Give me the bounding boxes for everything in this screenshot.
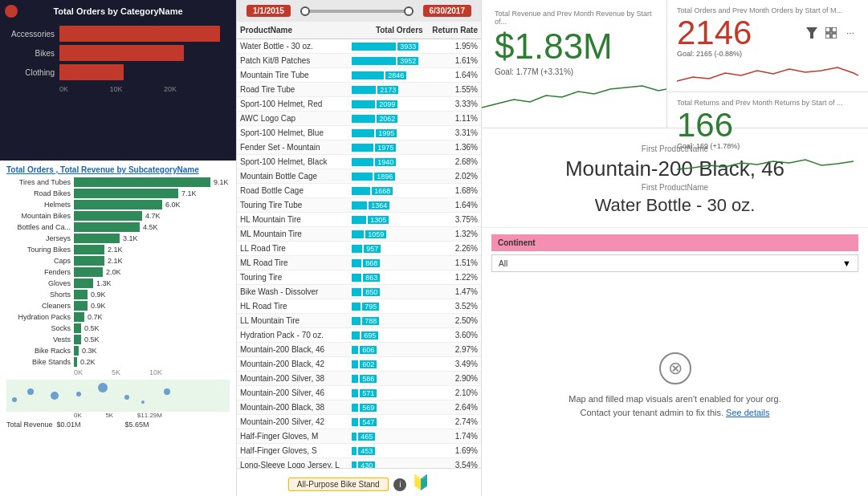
hbar-label: Jerseys	[6, 234, 71, 242]
table-row[interactable]: Sport-100 Helmet, Black 1940 2.68%	[237, 155, 481, 169]
table-row[interactable]: Patch Kit/8 Patches 3952 1.61%	[237, 54, 481, 68]
hbar-label: Helmets	[6, 201, 71, 209]
table-row[interactable]: Mountain-200 Silver, 46 571 2.10%	[237, 386, 481, 400]
cell-orders: 465	[348, 429, 426, 444]
continent-dropdown[interactable]: All ▼	[491, 254, 858, 272]
table-row[interactable]: Road Tire Tube 2173 1.55%	[237, 83, 481, 97]
revenue-sparkline-svg	[482, 79, 666, 112]
expand-icon[interactable]	[823, 25, 839, 41]
cell-rate: 2.68%	[426, 155, 481, 169]
cell-product-name: Patch Kit/8 Patches	[237, 54, 348, 68]
table-row[interactable]: Sport-100 Helmet, Red 2099 3.33%	[237, 97, 481, 112]
more-icon[interactable]: ···	[842, 25, 858, 41]
table-row[interactable]: AWC Logo Cap 2062 1.11%	[237, 112, 481, 126]
hbar-label: Cleaners	[6, 302, 71, 310]
hbar-label: Shorts	[6, 291, 71, 299]
table-row[interactable]: Mountain-200 Black, 46 606 2.97%	[237, 343, 481, 357]
disabled-circle-icon: ⊗	[659, 352, 691, 384]
table-row[interactable]: Bike Wash - Dissolver 850 1.47%	[237, 285, 481, 299]
hbar-fill	[74, 278, 93, 288]
table-row[interactable]: Mountain-200 Silver, 42 547 2.74%	[237, 415, 481, 429]
cell-orders: 1305	[348, 213, 426, 227]
cell-rate: 1.47%	[426, 285, 481, 299]
table-row[interactable]: Sport-100 Helmet, Blue 1995 3.31%	[237, 126, 481, 140]
list-item: Socks 0.5K	[6, 323, 230, 333]
table-row[interactable]: Touring Tire 863 1.22%	[237, 270, 481, 285]
cell-product-name: Fender Set - Mountain	[237, 140, 348, 155]
cell-rate: 2.26%	[426, 242, 481, 256]
bar-row-accessories: Accessories	[6, 26, 230, 42]
table-row[interactable]: Fender Set - Mountain 1975 1.36%	[237, 140, 481, 155]
cell-orders: 2099	[348, 97, 426, 112]
list-item: Gloves 1.3K	[6, 278, 230, 288]
orders-goal: Goal: 2165 (-0.88%)	[677, 50, 858, 58]
orders-table-container[interactable]: ProductName Total Orders Return Rate Wat…	[237, 22, 481, 468]
bottom-bar-chart: Total Orders , Total Revenue by Subcateg…	[0, 161, 236, 496]
end-date-badge[interactable]: 6/30/2017	[423, 5, 472, 17]
table-row[interactable]: Half-Finger Gloves, M 465 1.74%	[237, 429, 481, 444]
bottom-label-bar: All-Purpose Bike Stand i 🔰	[237, 468, 481, 496]
cell-rate: 1.32%	[426, 227, 481, 242]
cell-product-name: Mountain-200 Black, 42	[237, 357, 348, 372]
svg-rect-10	[825, 27, 830, 32]
cell-product-name: Mountain-200 Black, 46	[237, 343, 348, 357]
table-row[interactable]: Mountain-200 Silver, 38 586 2.90%	[237, 372, 481, 386]
table-row[interactable]: Mountain Bottle Cage 1896 2.02%	[237, 169, 481, 184]
hbar-fill	[74, 301, 88, 311]
svg-marker-9	[806, 27, 817, 39]
hbar-label: Socks	[6, 324, 71, 332]
table-row[interactable]: Mountain-200 Black, 42 602 3.49%	[237, 357, 481, 372]
returns-sparkline	[677, 153, 858, 173]
table-row[interactable]: ML Mountain Tire 1059 1.32%	[237, 227, 481, 242]
hbar-value: 0.7K	[88, 313, 103, 321]
axis-label: 0K	[59, 85, 68, 93]
cell-product-name: Mountain-200 Silver, 46	[237, 386, 348, 400]
cell-orders: 1364	[348, 198, 426, 213]
hbar-list: Tires and Tubes 9.1K Road Bikes 7.1K Hel…	[6, 177, 230, 367]
table-row[interactable]: LL Mountain Tire 788 2.50%	[237, 314, 481, 328]
cell-orders: 1995	[348, 126, 426, 140]
hbar-value: 2.0K	[106, 268, 121, 276]
table-row[interactable]: Road Bottle Cage 1668 1.68%	[237, 184, 481, 198]
cell-rate: 2.90%	[426, 372, 481, 386]
cell-product-name: Mountain-200 Silver, 38	[237, 372, 348, 386]
table-row[interactable]: Water Bottle - 30 oz. 3933 1.95%	[237, 39, 481, 54]
date-slider-right-thumb[interactable]	[404, 6, 414, 16]
start-date-badge[interactable]: 1/1/2015	[247, 5, 291, 17]
cell-rate: 1.11%	[426, 112, 481, 126]
svg-rect-0	[6, 380, 230, 412]
table-row[interactable]: HL Mountain Tire 1305 3.75%	[237, 213, 481, 227]
cell-orders: 1668	[348, 184, 426, 198]
cell-product-name: Road Bottle Cage	[237, 184, 348, 198]
cell-product-name: LL Road Tire	[237, 242, 348, 256]
list-item: Mountain Bikes 4.7K	[6, 211, 230, 221]
axis-label: 5K	[112, 368, 120, 376]
returns-section: Total Returns and Prev Month Returns by …	[667, 92, 868, 180]
table-row[interactable]: LL Road Tire 957 2.26%	[237, 242, 481, 256]
hbar-value: 0.2K	[80, 358, 96, 366]
see-details-link[interactable]: See details	[726, 408, 769, 417]
hbar-fill	[74, 312, 84, 322]
info-icon[interactable]: i	[393, 478, 406, 491]
table-row[interactable]: HL Road Tire 795 3.52%	[237, 299, 481, 314]
cell-product-name: ML Road Tire	[237, 256, 348, 270]
map-section: Continent All ▼ ⊗ Map and filled map vis…	[482, 228, 868, 496]
table-row[interactable]: Long-Sleeve Logo Jersey, L 430 3.54%	[237, 458, 481, 469]
filter-icon[interactable]	[804, 25, 820, 41]
table-row[interactable]: ML Road Tire 868 1.51%	[237, 256, 481, 270]
bottom-chart-title: Total Orders , Total Revenue by Subcateg…	[6, 165, 230, 174]
table-row[interactable]: Hydration Pack - 70 oz. 695 3.60%	[237, 328, 481, 343]
right-panel: Total Revenue and Prev Month Revenue by …	[482, 0, 868, 496]
close-button[interactable]	[5, 5, 18, 18]
table-row[interactable]: Mountain Tire Tube 2846 1.64%	[237, 68, 481, 83]
svg-point-5	[98, 383, 108, 392]
date-slider-left-thumb[interactable]	[300, 6, 310, 16]
date-slider[interactable]	[300, 10, 414, 13]
table-row[interactable]: Mountain-200 Black, 38 569 2.64%	[237, 400, 481, 415]
cell-product-name: ML Mountain Tire	[237, 227, 348, 242]
table-row[interactable]: Touring Tire Tube 1364 1.64%	[237, 198, 481, 213]
table-header-row: ProductName Total Orders Return Rate	[237, 22, 481, 39]
svg-point-3	[51, 392, 59, 400]
table-row[interactable]: Half-Finger Gloves, S 453 1.69%	[237, 444, 481, 458]
hbar-value: 0.3K	[82, 347, 97, 355]
